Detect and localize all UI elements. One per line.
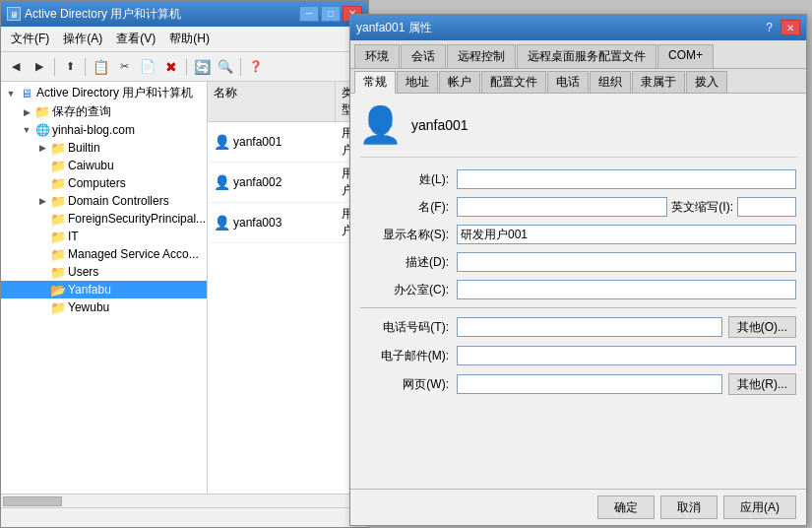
forward-button[interactable]: ▶ bbox=[29, 56, 50, 78]
email-input[interactable] bbox=[457, 346, 796, 365]
abbr-input[interactable] bbox=[737, 197, 796, 217]
list-item[interactable]: 👤 yanfa003 用户 bbox=[208, 203, 368, 243]
tree-node-fsp[interactable]: 📁 ForeignSecurityPrincipal... bbox=[1, 210, 207, 228]
tree-node-yanfabu[interactable]: 📂 Yanfabu bbox=[1, 281, 207, 298]
tree-label-yewubu: Yewubu bbox=[68, 300, 109, 314]
help-button[interactable]: ❓ bbox=[245, 56, 267, 78]
list-item[interactable]: 👤 yanfa002 用户 bbox=[208, 163, 368, 203]
tree-node-domain[interactable]: ▼ 🌐 yinhai-blog.com bbox=[1, 121, 207, 139]
tree-node-dc[interactable]: ▶ 📁 Domain Controllers bbox=[1, 192, 207, 210]
office-input[interactable] bbox=[457, 280, 796, 299]
tab-dialin[interactable]: 拨入 bbox=[686, 71, 727, 93]
tab-environment[interactable]: 环境 bbox=[354, 44, 400, 68]
up-button[interactable]: ⬆ bbox=[59, 56, 81, 78]
tree-label-msa: Managed Service Acco... bbox=[68, 247, 199, 261]
tree-label-dc: Domain Controllers bbox=[68, 194, 169, 208]
refresh-button[interactable]: 🔄 bbox=[191, 56, 213, 78]
tree-expander-dc[interactable]: ▶ bbox=[34, 193, 50, 209]
tree-expander-yewubu[interactable] bbox=[34, 299, 50, 315]
folder-icon-yewubu: 📁 bbox=[50, 300, 66, 314]
tree-expander-computers[interactable] bbox=[34, 175, 50, 191]
tab-profile[interactable]: 配置文件 bbox=[481, 71, 546, 93]
tree-expander-saved[interactable]: ▶ bbox=[19, 104, 34, 120]
folder-icon-computers: 📁 bbox=[50, 176, 66, 190]
menu-bar: 文件(F) 操作(A) 查看(V) 帮助(H) bbox=[1, 27, 368, 52]
display-name-input[interactable] bbox=[457, 225, 796, 244]
tree-node-saved[interactable]: ▶ 📁 保存的查询 bbox=[1, 102, 207, 121]
props-help-icon[interactable]: ? bbox=[766, 21, 773, 34]
tree-label-yanfabu: Yanfabu bbox=[68, 283, 111, 297]
phone-other-button[interactable]: 其他(O)... bbox=[728, 316, 796, 338]
first-name-input[interactable] bbox=[457, 197, 667, 217]
tree-node-builtin[interactable]: ▶ 📁 Builtin bbox=[1, 139, 207, 157]
cancel-button[interactable]: 取消 bbox=[660, 495, 718, 519]
main-content: ▼ 🖥 Active Directory 用户和计算机 ▶ 📁 保存的查询 ▼ … bbox=[1, 82, 368, 494]
tree-label-computers: Computers bbox=[68, 176, 126, 190]
tab-organization[interactable]: 组织 bbox=[590, 71, 631, 93]
delete-button[interactable]: ✖ bbox=[160, 56, 182, 78]
ad-window-title: Active Directory 用户和计算机 bbox=[25, 6, 295, 23]
tab-session[interactable]: 会话 bbox=[401, 44, 446, 68]
search-button[interactable]: 🔍 bbox=[215, 56, 236, 78]
tab-member-of[interactable]: 隶属于 bbox=[632, 71, 685, 93]
maximize-button[interactable]: □ bbox=[321, 6, 341, 22]
tree-node-msa[interactable]: 📁 Managed Service Acco... bbox=[1, 245, 207, 263]
webpage-other-button[interactable]: 其他(R)... bbox=[728, 373, 796, 395]
ok-button[interactable]: 确定 bbox=[597, 495, 655, 519]
ad-window: 🖥 Active Directory 用户和计算机 ─ □ ✕ 文件(F) 操作… bbox=[0, 0, 369, 528]
tab-com-plus[interactable]: COM+ bbox=[657, 44, 714, 68]
menu-action[interactable]: 操作(A) bbox=[57, 29, 108, 49]
tree-node-caiwubu[interactable]: 📁 Caiwubu bbox=[1, 157, 207, 174]
tree-expander-yanfabu[interactable] bbox=[34, 282, 50, 297]
menu-help[interactable]: 帮助(H) bbox=[163, 29, 216, 49]
tree-expander-root[interactable]: ▼ bbox=[3, 86, 19, 101]
email-label: 电子邮件(M): bbox=[360, 348, 449, 364]
tree-label-saved: 保存的查询 bbox=[52, 103, 111, 120]
tree-expander-msa[interactable] bbox=[34, 246, 50, 262]
user-avatar: 👤 bbox=[360, 103, 400, 147]
webpage-label: 网页(W): bbox=[360, 376, 449, 393]
tree-node-users[interactable]: 📁 Users bbox=[1, 263, 207, 281]
tree-label-builtin: Builtin bbox=[68, 141, 100, 155]
tree-expander-domain[interactable]: ▼ bbox=[19, 122, 34, 138]
tree-expander-users[interactable] bbox=[34, 264, 50, 280]
menu-file[interactable]: 文件(F) bbox=[5, 29, 55, 49]
tab-address[interactable]: 地址 bbox=[397, 71, 438, 93]
tree-panel[interactable]: ▼ 🖥 Active Directory 用户和计算机 ▶ 📁 保存的查询 ▼ … bbox=[1, 82, 208, 494]
cut-button[interactable]: ✂ bbox=[113, 56, 135, 78]
tree-expander-fsp[interactable] bbox=[34, 211, 50, 227]
apply-button[interactable]: 应用(A) bbox=[723, 495, 796, 519]
folder-icon-yanfabu: 📂 bbox=[50, 283, 66, 297]
minimize-button[interactable]: ─ bbox=[299, 6, 319, 22]
back-button[interactable]: ◀ bbox=[5, 56, 27, 78]
horizontal-scrollbar[interactable] bbox=[1, 494, 368, 507]
first-name-label: 名(F): bbox=[360, 199, 449, 216]
scrollbar-thumb[interactable] bbox=[3, 496, 62, 506]
phone-input[interactable] bbox=[457, 317, 722, 337]
tree-expander-caiwubu[interactable] bbox=[34, 158, 50, 173]
webpage-input[interactable] bbox=[457, 374, 722, 394]
tree-expander-builtin[interactable]: ▶ bbox=[34, 140, 50, 156]
tab-rds-profile[interactable]: 远程桌面服务配置文件 bbox=[517, 44, 656, 68]
new-button[interactable]: 📋 bbox=[90, 56, 111, 78]
last-name-input[interactable] bbox=[457, 169, 796, 189]
props-close-button[interactable]: ✕ bbox=[781, 20, 800, 35]
col-header-name[interactable]: 名称 bbox=[208, 82, 336, 121]
tab-phone[interactable]: 电话 bbox=[547, 71, 589, 93]
menu-view[interactable]: 查看(V) bbox=[110, 29, 161, 49]
tab-general[interactable]: 常规 bbox=[354, 71, 396, 94]
tree-node-yewubu[interactable]: 📁 Yewubu bbox=[1, 298, 207, 316]
props-titlebar: yanfa001 属性 ? ✕ bbox=[350, 15, 806, 40]
tab-remote-control[interactable]: 远程控制 bbox=[447, 44, 516, 68]
tree-expander-it[interactable] bbox=[34, 229, 50, 244]
tree-node-root[interactable]: ▼ 🖥 Active Directory 用户和计算机 bbox=[1, 84, 207, 102]
toolbar: ◀ ▶ ⬆ 📋 ✂ 📄 ✖ 🔄 🔍 ❓ bbox=[1, 52, 368, 82]
user-icon-2: 👤 bbox=[214, 174, 230, 190]
folder-icon-builtin: 📁 bbox=[50, 141, 66, 155]
description-input[interactable] bbox=[457, 252, 796, 272]
tree-node-it[interactable]: 📁 IT bbox=[1, 228, 207, 245]
tree-node-computers[interactable]: 📁 Computers bbox=[1, 174, 207, 192]
list-item[interactable]: 👤 yanfa001 用户 bbox=[208, 122, 368, 163]
copy-button[interactable]: 📄 bbox=[137, 56, 158, 78]
tab-account[interactable]: 帐户 bbox=[439, 71, 480, 93]
